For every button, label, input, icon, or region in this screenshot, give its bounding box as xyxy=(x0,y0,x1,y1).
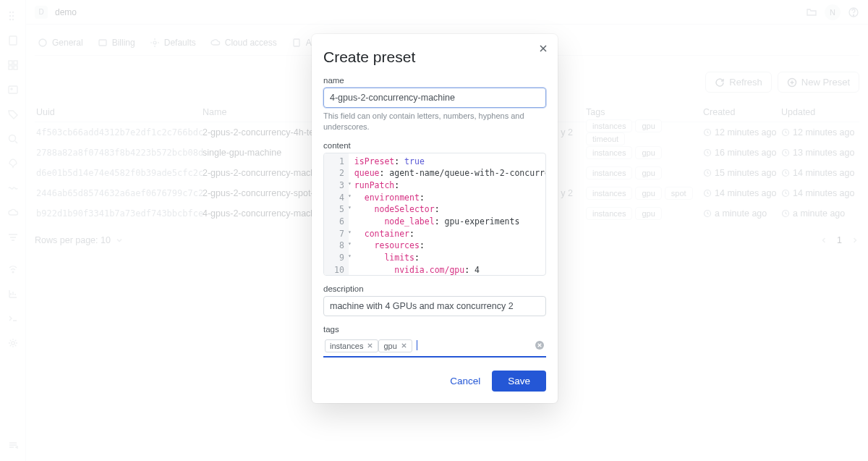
cancel-button[interactable]: Cancel xyxy=(450,376,480,386)
name-input[interactable] xyxy=(323,88,546,108)
save-button[interactable]: Save xyxy=(492,371,546,392)
tag-chip[interactable]: gpu xyxy=(378,339,412,352)
create-preset-modal: Create preset name This field can only c… xyxy=(312,34,558,403)
tag-chip[interactable]: instances xyxy=(325,339,378,352)
description-input[interactable] xyxy=(323,296,546,316)
name-label: name xyxy=(323,76,546,85)
tags-input[interactable]: instances gpu xyxy=(323,337,546,358)
content-label: content xyxy=(323,141,546,150)
content-editor[interactable]: 12345678910 isPreset: truequeue: agent-n… xyxy=(323,153,546,276)
close-icon[interactable] xyxy=(537,43,549,54)
modal-title: Create preset xyxy=(323,48,546,66)
caret xyxy=(417,340,417,350)
clear-tags-icon[interactable] xyxy=(535,340,545,350)
tags-label: tags xyxy=(323,325,546,334)
description-label: description xyxy=(323,284,546,293)
name-help: This field can only contain letters, num… xyxy=(323,111,546,132)
